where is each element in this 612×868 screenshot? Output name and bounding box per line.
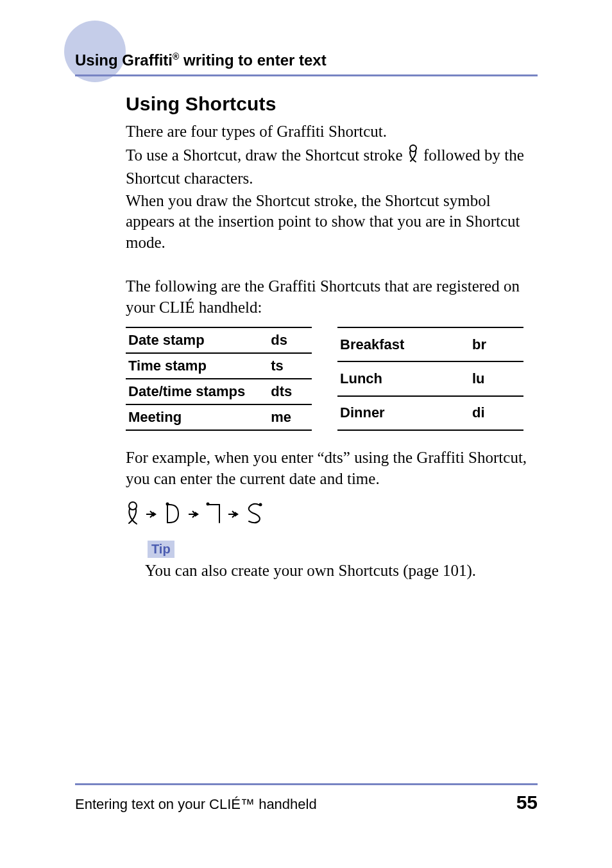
header-rule	[75, 74, 538, 76]
page-footer: Entering text on your CLIÉ™ handheld 55	[75, 783, 538, 813]
header-title-suffix: writing to enter text	[179, 51, 326, 69]
shortcuts-tables: Date stamp ds Time stamp ts Date/time st…	[126, 327, 538, 431]
shortcut-name: Meeting	[126, 404, 264, 430]
table-row: Meeting me	[126, 404, 312, 430]
arrow-icon	[228, 506, 239, 523]
section-heading: Using Shortcuts	[126, 93, 538, 115]
arrow-icon	[146, 506, 157, 523]
shortcut-name: Lunch	[337, 361, 466, 395]
tip-label: Tip	[148, 541, 174, 558]
body-text: There are four types of Graffiti Shortcu…	[126, 121, 538, 318]
paragraph-1: There are four types of Graffiti Shortcu…	[126, 121, 538, 143]
table-row: Lunch lu	[337, 361, 523, 395]
shortcut-code: me	[264, 404, 312, 430]
shortcut-stroke-icon	[126, 501, 140, 528]
shortcut-name: Dinner	[337, 396, 466, 430]
table-row: Date stamp ds	[126, 327, 312, 353]
paragraph-3: When you draw the Shortcut stroke, the S…	[126, 191, 538, 254]
body-text-2: For example, when you enter “dts” using …	[126, 447, 538, 489]
content-area: Using Shortcuts There are four types of …	[126, 93, 538, 580]
shortcut-code: dts	[264, 379, 312, 404]
shortcut-code: lu	[466, 361, 523, 395]
shortcut-name: Date stamp	[126, 327, 264, 353]
tip-block: Tip You can also create your own Shortcu…	[126, 541, 538, 580]
shortcuts-table-right: Breakfast br Lunch lu Dinner di	[337, 327, 523, 431]
stroke-sequence	[126, 501, 538, 528]
shortcut-name: Date/time stamps	[126, 379, 264, 404]
table-row: Dinner di	[337, 396, 523, 430]
paragraph-4: The following are the Graffiti Shortcuts…	[126, 276, 538, 318]
running-header-title: Using Graffiti® writing to enter text	[75, 51, 327, 69]
page-header: Using Graffiti® writing to enter text	[0, 0, 612, 77]
shortcut-code: ts	[264, 353, 312, 379]
shortcuts-table-left: Date stamp ds Time stamp ts Date/time st…	[126, 327, 312, 431]
paragraph-2: To use a Shortcut, draw the Shortcut str…	[126, 144, 538, 189]
paragraph-5: For example, when you enter “dts” using …	[126, 447, 538, 489]
shortcut-code: br	[466, 327, 523, 361]
page-number: 55	[516, 792, 538, 813]
shortcut-code: di	[466, 396, 523, 430]
shortcut-stroke-icon	[407, 144, 420, 169]
table-row: Breakfast br	[337, 327, 523, 361]
graffiti-s-icon	[245, 501, 264, 528]
shortcut-name: Time stamp	[126, 353, 264, 379]
table-row: Date/time stamps dts	[126, 379, 312, 404]
header-title-prefix: Using Graffiti	[75, 51, 173, 69]
registered-mark: ®	[173, 51, 179, 62]
shortcut-name: Breakfast	[337, 327, 466, 361]
arrow-icon	[189, 506, 199, 523]
tip-text: You can also create your own Shortcuts (…	[145, 562, 538, 580]
page: Using Graffiti® writing to enter text Us…	[0, 0, 612, 868]
shortcut-code: ds	[264, 327, 312, 353]
footer-rule	[75, 783, 538, 785]
graffiti-d-icon	[163, 501, 182, 528]
footer-row: Entering text on your CLIÉ™ handheld 55	[75, 792, 538, 813]
table-row: Time stamp ts	[126, 353, 312, 379]
paragraph-2a: To use a Shortcut, draw the Shortcut str…	[126, 146, 407, 164]
graffiti-t-icon	[205, 501, 222, 528]
footer-chapter-title: Entering text on your CLIÉ™ handheld	[75, 796, 317, 813]
